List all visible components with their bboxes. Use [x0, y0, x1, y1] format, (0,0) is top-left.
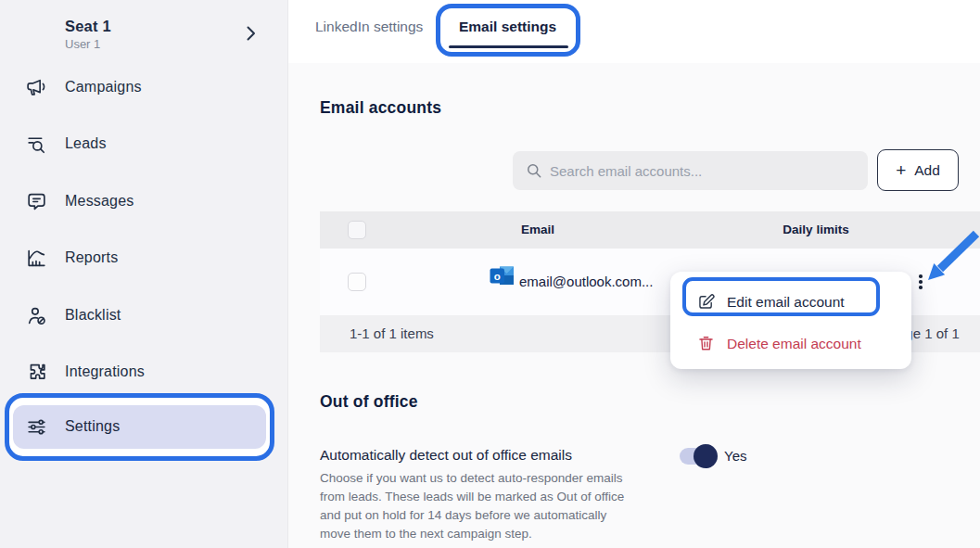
seat-title: Seat 1 — [65, 18, 111, 35]
email-address: email@outlook.com... — [519, 274, 653, 289]
sidebar-item-leads[interactable]: Leads — [0, 123, 288, 164]
plus-icon: + — [896, 161, 906, 179]
chat-bubble-icon — [25, 190, 48, 213]
toggle-value-label: Yes — [724, 448, 746, 464]
active-tab-underline — [449, 45, 568, 48]
blocked-user-icon — [25, 304, 48, 327]
sidebar-item-messages[interactable]: Messages — [0, 181, 288, 222]
search-icon — [525, 161, 543, 180]
lead-search-icon — [25, 133, 48, 156]
sidebar-item-label: Messages — [65, 193, 134, 210]
ooo-setting-description: Choose if you want us to detect auto-res… — [320, 469, 624, 543]
menu-item-delete-email-account[interactable]: Delete email account — [670, 325, 911, 363]
tab-email-settings[interactable]: Email settings — [459, 19, 556, 35]
ooo-toggle[interactable] — [680, 448, 717, 465]
column-header-email: Email — [426, 223, 649, 236]
sidebar-item-label: Settings — [65, 418, 120, 435]
select-all-checkbox[interactable] — [348, 221, 366, 239]
sidebar-item-settings[interactable]: Settings — [13, 405, 266, 449]
email-accounts-heading: Email accounts — [320, 98, 441, 118]
menu-item-edit-email-account[interactable]: Edit email account — [670, 284, 911, 321]
out-of-office-heading: Out of office — [320, 392, 418, 412]
sidebar-item-reports[interactable]: Reports — [0, 237, 288, 278]
sidebar-item-label: Leads — [65, 135, 107, 152]
sidebar-item-label: Integrations — [65, 363, 145, 380]
puzzle-icon — [25, 361, 48, 384]
sidebar: Seat 1 User 1 Campaigns Leads — [0, 0, 288, 548]
sidebar-item-label: Reports — [65, 249, 118, 266]
row-context-menu: Edit email account Delete email account — [670, 272, 911, 369]
seat-selector[interactable]: Seat 1 User 1 — [0, 7, 288, 56]
seat-subtitle: User 1 — [65, 37, 100, 51]
app-root: Seat 1 User 1 Campaigns Leads — [0, 0, 980, 548]
settings-tab-bar: LinkedIn settings Email settings — [288, 0, 980, 63]
add-email-account-button[interactable]: + Add — [877, 149, 959, 191]
sliders-icon — [25, 415, 48, 439]
row-checkbox[interactable] — [348, 273, 366, 291]
sidebar-item-campaigns[interactable]: Campaigns — [0, 67, 288, 108]
chart-icon — [25, 247, 48, 270]
trash-icon — [696, 334, 716, 353]
table-header: Email Daily limits — [320, 211, 980, 249]
svg-text:o: o — [494, 271, 501, 282]
megaphone-icon — [25, 76, 48, 99]
chevron-right-icon[interactable] — [239, 22, 261, 45]
outlook-icon: o — [490, 265, 515, 287]
sidebar-item-integrations[interactable]: Integrations — [0, 351, 288, 392]
row-actions-kebab-icon[interactable] — [914, 271, 927, 293]
sidebar-item-label: Blacklist — [65, 307, 121, 324]
edit-pencil-icon — [696, 292, 716, 312]
items-count: 1-1 of 1 items — [350, 325, 434, 341]
toggle-knob — [694, 444, 718, 468]
sidebar-item-blacklist[interactable]: Blacklist — [0, 295, 288, 336]
tab-linkedin-settings[interactable]: LinkedIn settings — [315, 19, 423, 35]
column-header-daily-limits: Daily limits — [732, 223, 899, 236]
search-box — [513, 151, 868, 190]
sidebar-item-label: Campaigns — [65, 79, 142, 96]
search-email-accounts-input[interactable] — [550, 151, 856, 190]
ooo-setting-title: Automatically detect out of office email… — [320, 447, 572, 464]
